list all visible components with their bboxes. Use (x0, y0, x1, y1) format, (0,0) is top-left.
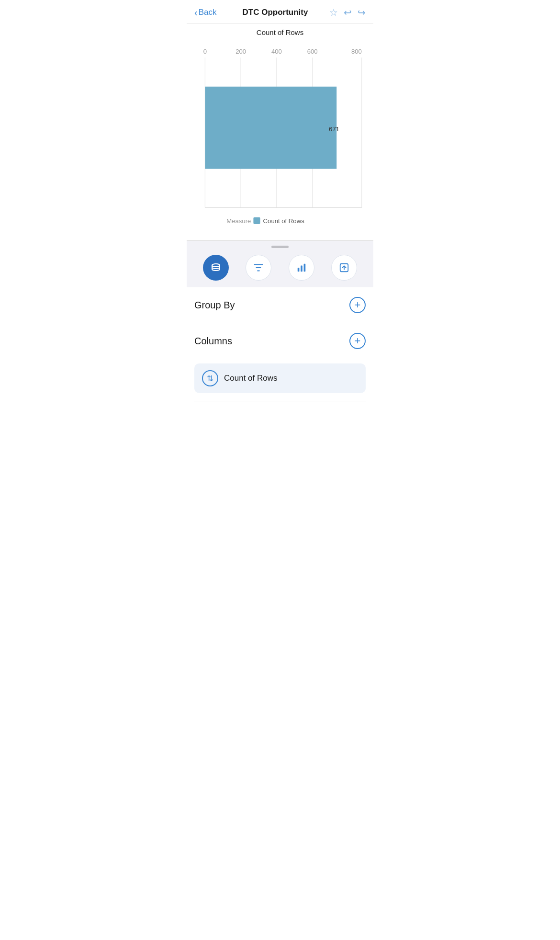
header: ‹ Back DTC Opportunity ☆ ↩ ↪ (187, 0, 373, 23)
count-of-rows-icon: ⇅ (202, 370, 218, 386)
back-button[interactable]: ‹ Back (194, 7, 223, 18)
columns-add-button[interactable]: + (349, 333, 366, 349)
bar-chart-icon (296, 262, 307, 273)
svg-text:800: 800 (351, 48, 362, 55)
bar-rect (205, 87, 336, 169)
svg-text:671: 671 (329, 125, 339, 133)
layers-icon (210, 262, 222, 273)
svg-text:400: 400 (271, 48, 282, 55)
columns-label: Columns (194, 336, 232, 347)
svg-text:Count of Rows: Count of Rows (263, 217, 305, 225)
redo-icon[interactable]: ↪ (358, 7, 366, 18)
group-by-label: Group By (194, 300, 235, 311)
svg-rect-16 (298, 268, 300, 272)
group-by-add-icon: + (355, 300, 361, 310)
column-item-count-of-rows[interactable]: ⇅ Count of Rows (194, 363, 366, 393)
chart-svg: 0 200 400 600 800 671 Measure Coun (190, 39, 370, 240)
group-by-row: Group By + (194, 287, 366, 323)
header-actions: ☆ ↩ ↪ (327, 7, 366, 18)
share-icon (339, 262, 349, 273)
svg-rect-17 (301, 265, 302, 272)
group-by-add-button[interactable]: + (349, 297, 366, 313)
svg-text:600: 600 (307, 48, 318, 55)
chart-tab-button[interactable] (289, 255, 314, 281)
back-label: Back (199, 8, 217, 17)
svg-text:0: 0 (203, 48, 207, 55)
chart-area: Count of Rows 0 200 400 600 800 671 (187, 23, 373, 240)
chart-container: 0 200 400 600 800 671 Measure Coun (190, 39, 370, 240)
svg-text:200: 200 (235, 48, 246, 55)
column-item-label: Count of Rows (224, 374, 278, 383)
svg-text:Measure: Measure (226, 217, 251, 225)
svg-point-15 (212, 264, 220, 267)
svg-rect-18 (303, 264, 305, 272)
share-tab-button[interactable] (331, 255, 357, 281)
content-section: Group By + Columns + ⇅ Count of Rows (187, 287, 373, 401)
star-icon[interactable]: ☆ (329, 7, 338, 18)
columns-row: Columns + (194, 323, 366, 359)
sort-icon: ⇅ (207, 374, 213, 384)
columns-add-icon: + (355, 336, 361, 346)
toolbar (187, 248, 373, 287)
filter-tab-button[interactable] (246, 255, 271, 281)
svg-rect-12 (253, 217, 260, 224)
section-divider-2 (194, 401, 366, 401)
filter-icon (253, 262, 264, 273)
drag-handle (271, 246, 289, 248)
page-title: DTC Opportunity (223, 8, 327, 17)
data-tab-button[interactable] (203, 255, 229, 281)
chart-title: Count of Rows (190, 28, 370, 36)
undo-icon[interactable]: ↩ (344, 7, 352, 18)
back-chevron-icon: ‹ (194, 7, 198, 18)
sheet-handle-area (187, 240, 373, 248)
